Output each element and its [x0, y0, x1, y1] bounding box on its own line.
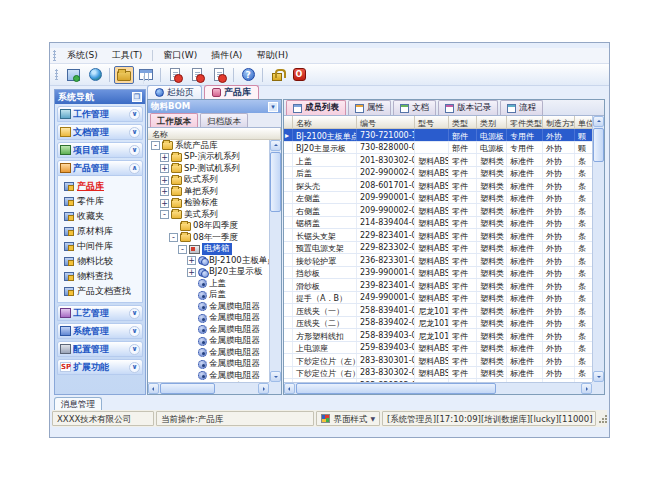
table-vertical-scrollbar[interactable] — [592, 116, 604, 382]
tree-name-column-header[interactable]: 名称 — [148, 128, 281, 139]
resize-grip[interactable] — [599, 415, 607, 423]
chevron-up-icon[interactable]: ∧ — [129, 163, 140, 174]
chevron-down-icon[interactable]: ∨ — [129, 145, 140, 156]
table-row[interactable]: 挡纱板239-990001-01X塑料ABS零件塑料类标准件外协条 — [284, 267, 592, 280]
sidebar-item-parts-library[interactable]: 零件库 — [64, 194, 142, 209]
tree-vertical-scrollbar[interactable] — [269, 140, 281, 382]
table-row[interactable]: 左侧盖209-990001-01X塑料ABS零件塑料类标准件外协条 — [284, 192, 592, 205]
expand-toggle[interactable]: + — [160, 153, 169, 162]
tree-node[interactable]: 金属膜电阻器 — [148, 301, 269, 313]
sidebar-group-header[interactable]: 项目管理∨ — [57, 142, 143, 158]
sidebar-group-header[interactable]: 系统管理∨ — [57, 323, 143, 339]
table-horizontal-scrollbar[interactable] — [284, 382, 592, 394]
table-row[interactable]: ▸BJ-2100主板单点730-721000-12X部件电源板专用件外协颗 — [284, 129, 592, 142]
table-row[interactable]: 上电源座259-839403-00X塑料ABS零件塑料类标准件外协条 — [284, 342, 592, 355]
tree-node[interactable]: -系统产品库 — [148, 140, 269, 152]
collapse-toggle[interactable]: - — [151, 141, 160, 150]
collapse-toggle[interactable]: - — [160, 210, 169, 219]
document-edit-icon-button[interactable] — [209, 66, 229, 84]
expand-toggle[interactable]: + — [160, 176, 169, 185]
scroll-down-button[interactable] — [270, 371, 281, 382]
tree-node[interactable]: -美式系列 — [148, 209, 269, 221]
scroll-up-button[interactable] — [593, 116, 604, 127]
menu-item[interactable]: 系统(S) — [60, 48, 105, 63]
tree-node[interactable]: 金属膜电阻器 — [148, 336, 269, 348]
sidebar-group-header[interactable]: 配置管理∨ — [57, 341, 143, 357]
sidebar-item-favorites[interactable]: 收藏夹 — [64, 209, 142, 224]
version-tab[interactable]: 归档版本 — [200, 113, 248, 127]
sidebar-group-header[interactable]: 工艺管理∨ — [57, 305, 143, 321]
tree-node[interactable]: 金属膜电阻器 — [148, 324, 269, 336]
message-management-tab[interactable]: 消息管理 — [54, 397, 102, 410]
sidebar-item-material-compare[interactable]: 物料比较 — [64, 254, 142, 269]
scroll-thumb[interactable] — [593, 128, 604, 162]
table-row[interactable]: 下纱定位片（右）283-830302-00X塑料ABS零件塑料类标准件外协条 — [284, 367, 592, 380]
version-tab[interactable]: 工作版本 — [150, 113, 198, 127]
bom-panel-pin-button[interactable]: ▾ — [268, 102, 278, 112]
tree-node[interactable]: 金属膜电阻器 — [148, 370, 269, 382]
menu-item[interactable]: 窗口(W) — [156, 48, 204, 63]
sidebar-group-header[interactable]: 文档管理∨ — [57, 124, 143, 140]
exit-icon-button[interactable]: O — [289, 66, 309, 84]
browser-icon-button[interactable] — [85, 66, 105, 84]
collapse-toggle[interactable]: - — [169, 233, 178, 242]
sidebar-group-header[interactable]: 工作管理∨ — [57, 106, 143, 122]
table-row[interactable]: 压线夹（二）258-839402-00X尼龙1010零件塑料类标准件外协条 — [284, 317, 592, 330]
table-row[interactable]: 长锯头支架229-823401-00X塑料ABS零件塑料类标准件外协条 — [284, 229, 592, 242]
scroll-left-button[interactable] — [284, 383, 295, 394]
table-row[interactable]: BJ20主显示板730-828000-04X部件电源板专用件外协颗 — [284, 142, 592, 155]
table-row[interactable]: 滑纱板239-823401-00X塑料ABS零件塑料类标准件外协条 — [284, 279, 592, 292]
menu-item[interactable]: 帮助(H) — [249, 48, 295, 63]
table-row[interactable]: 锯柄盖214-839404-01X塑料ABS零件塑料类标准件外协条 — [284, 217, 592, 230]
tree-node[interactable]: 上盖 — [148, 278, 269, 290]
sidebar-group-header[interactable]: SP扩展功能∨ — [57, 359, 143, 375]
tree-node[interactable]: 金属膜电阻器 — [148, 347, 269, 359]
tree-node[interactable]: 金属膜电阻器 — [148, 359, 269, 371]
expand-toggle[interactable]: + — [187, 268, 196, 277]
tree-node[interactable]: +SP-演示机系列 — [148, 152, 269, 164]
column-header[interactable]: 名称 — [293, 116, 357, 128]
tree-node[interactable]: -08年一季度 — [148, 232, 269, 244]
document-add-icon-button[interactable] — [187, 66, 207, 84]
scroll-thumb[interactable] — [296, 383, 496, 394]
menu-item[interactable]: 插件(A) — [204, 48, 249, 63]
column-header[interactable]: 零件类型 — [507, 116, 543, 128]
tree-column-header[interactable]: 名称 — [148, 128, 281, 140]
detail-tab-properties[interactable]: 属性 — [348, 100, 391, 115]
detail-tab-member-list[interactable]: 成员列表 — [286, 100, 346, 115]
toolbar-grip[interactable] — [55, 69, 58, 80]
table-row[interactable]: 提手（A．B）249-990001-01X塑料ABS零件塑料类标准件外协条 — [284, 292, 592, 305]
column-header[interactable]: 单位 — [575, 116, 592, 128]
ui-style-button[interactable]: 界面样式 ▼ — [316, 411, 380, 426]
tree-node[interactable]: 08年四季度 — [148, 221, 269, 233]
menubar-grip[interactable] — [53, 50, 56, 61]
column-header[interactable]: 类型 — [449, 116, 477, 128]
lock-icon-button[interactable] — [267, 66, 287, 84]
workspace-icon-button[interactable] — [63, 66, 83, 84]
chevron-down-icon[interactable]: ∨ — [129, 308, 140, 319]
tree-node[interactable]: +单把系列 — [148, 186, 269, 198]
sidebar-item-product-library[interactable]: 产品库 — [64, 179, 142, 194]
table-row[interactable]: 后盖202-990002-01X塑料ABS零件塑料类标准件外协条 — [284, 167, 592, 180]
tree-node[interactable]: +检验标准 — [148, 198, 269, 210]
help-icon-button[interactable]: ? — [238, 66, 258, 84]
scroll-left-button[interactable] — [148, 383, 159, 394]
expand-toggle[interactable]: + — [160, 164, 169, 173]
expand-toggle[interactable]: + — [187, 256, 196, 265]
table-row[interactable]: 上盖201-830302-00X塑料ABS零件塑料类标准件外协条 — [284, 154, 592, 167]
detail-tab-workflow[interactable]: 流程 — [500, 100, 543, 115]
chevron-down-icon[interactable]: ∨ — [129, 127, 140, 138]
scroll-thumb[interactable] — [160, 383, 215, 394]
tree-node[interactable]: +BJ20主显示板 — [148, 267, 269, 279]
chevron-down-icon[interactable]: ∨ — [129, 326, 140, 337]
menu-item[interactable]: 工具(T) — [105, 48, 150, 63]
sidebar-item-product-document-search[interactable]: 产品文档查找 — [64, 284, 142, 299]
sidebar-item-intermediate-parts-library[interactable]: 中间件库 — [64, 239, 142, 254]
column-header[interactable]: 编号 — [357, 116, 415, 128]
detail-tab-version-history[interactable]: 版本记录 — [438, 100, 498, 115]
detail-tab-documents[interactable]: 文档 — [393, 100, 436, 115]
scroll-down-button[interactable] — [593, 371, 604, 382]
tree-node[interactable]: -电烤箱 — [148, 244, 269, 256]
table-row[interactable]: 右侧盖209-990002-01X塑料ABS零件塑料类标准件外协条 — [284, 204, 592, 217]
tree-node[interactable]: 后盖 — [148, 290, 269, 302]
